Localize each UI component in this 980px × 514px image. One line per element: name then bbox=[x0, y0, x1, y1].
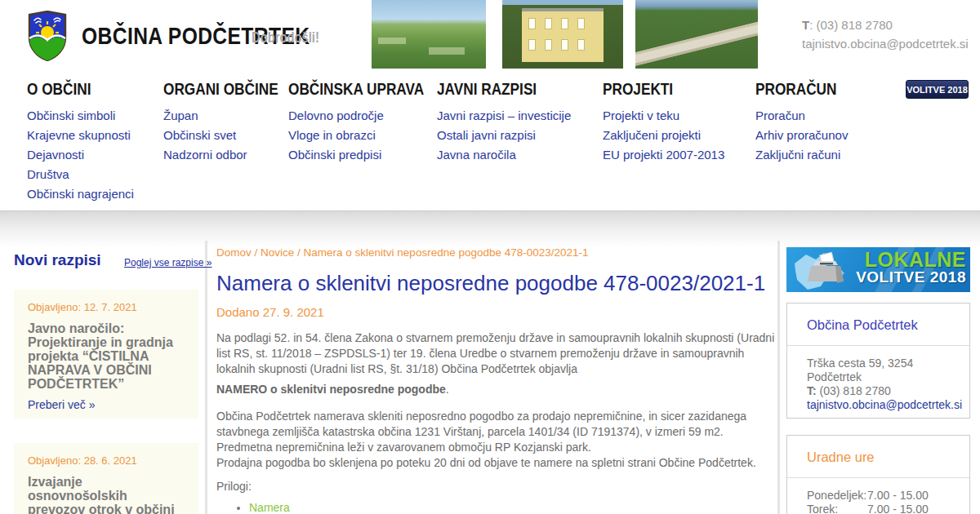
nav-link-zakljuceni-projekti[interactable]: Zaključeni projekti bbox=[603, 126, 724, 145]
header-photo-road bbox=[635, 0, 758, 69]
office-hours-heading: Uradne ure bbox=[787, 436, 969, 478]
nav-column-obcinska-uprava: OBČINSKA UPRAVA Delovno področje Vloge i… bbox=[288, 79, 454, 165]
nav-link-obcinski-simboli[interactable]: Občinski simboli bbox=[27, 106, 134, 126]
hours-row: Ponedeljek: 7.00 - 15.00 bbox=[807, 489, 950, 503]
nav-heading: PROJEKTI bbox=[603, 79, 724, 106]
nav-column-proracun: PRORAČUN Proračun Arhiv proračunov Zaklj… bbox=[755, 79, 854, 165]
tender-title: Javno naročilo: Projektiranje in gradnja… bbox=[28, 321, 185, 391]
nav-heading: O OBČINI bbox=[27, 79, 134, 106]
contact-address: Trška cesta 59, 3254 Podčetrtek bbox=[807, 357, 950, 384]
breadcrumb-news-link[interactable]: Novice bbox=[261, 246, 294, 259]
content-divider-left bbox=[205, 241, 207, 514]
office-hours-body: Ponedeljek: 7.00 - 15.00 Torek: 7.00 - 1… bbox=[787, 478, 969, 514]
new-tenders-heading: Novi razpisi bbox=[14, 251, 101, 269]
nav-link-dejavnosti[interactable]: Dejavnosti bbox=[27, 145, 134, 165]
breadcrumb-current: Namera o sklenitvi neposredne pogodbe 47… bbox=[304, 246, 589, 259]
photo-decor bbox=[429, 47, 465, 55]
volitve-2018-button[interactable]: VOLITVE 2018 bbox=[906, 80, 969, 99]
header-email: tajnistvo.obcina@podcetrtek.si bbox=[802, 34, 969, 53]
nav-link-obcinski-nagrajenci[interactable]: Občinski nagrajenci bbox=[27, 184, 134, 204]
nav-column-organi-obcine: ORGANI OBČINE Župan Občinski svet Nadzor… bbox=[163, 79, 304, 165]
attachments-list: Namera bbox=[249, 500, 775, 514]
nav-heading: PRORAČUN bbox=[755, 79, 854, 106]
attachment-namera-link[interactable]: Namera bbox=[249, 501, 290, 514]
nav-link-obcinski-svet[interactable]: Občinski svet bbox=[163, 126, 304, 145]
nav-link-zakljucni-racuni[interactable]: Zaključni računi bbox=[755, 145, 854, 165]
nav-link-proracun[interactable]: Proračun bbox=[755, 106, 854, 126]
article-main: Domov / Novice / Namera o sklenitvi nepo… bbox=[216, 241, 775, 514]
nav-heading: ORGANI OBČINE bbox=[163, 79, 304, 106]
coat-of-arms-logo bbox=[27, 11, 68, 61]
photo-decor bbox=[635, 15, 758, 67]
photo-decor bbox=[378, 38, 406, 44]
article-date: Dodano 27. 9. 2021 bbox=[216, 305, 775, 319]
nav-link-drustva[interactable]: Društva bbox=[27, 165, 134, 184]
hours-row: Torek: 7.00 - 15.00 bbox=[807, 503, 950, 514]
article-paragraph: Občina Podčetrtek namerava skleniti nepo… bbox=[216, 409, 775, 471]
nav-link-arhiv-proracunov[interactable]: Arhiv proračunov bbox=[755, 126, 854, 145]
nav-link-javna-narocila[interactable]: Javna naročila bbox=[437, 145, 571, 165]
nav-column-javni-razpisi: JAVNI RAZPISI Javni razpisi – investicij… bbox=[437, 79, 571, 165]
tender-date: Objavljeno: 28. 6. 2021 bbox=[28, 454, 185, 467]
tender-card[interactable]: Objavljeno: 12. 7. 2021 Javno naročilo: … bbox=[14, 290, 198, 419]
welcome-text: Dobrodošli! bbox=[252, 29, 334, 47]
header-photo-building bbox=[502, 0, 623, 69]
site-header: OBČINA PODČETRTEK Dobrodošli! T: (03) 81… bbox=[0, 0, 980, 69]
tender-title: Izvajanje osnovnošolskih prevozov otrok … bbox=[28, 475, 185, 514]
attachment-item: Namera bbox=[249, 500, 775, 514]
read-more-link[interactable]: Preberi več » bbox=[28, 398, 95, 411]
nav-heading: JAVNI RAZPISI bbox=[437, 79, 571, 106]
office-hours-box: Uradne ure Ponedeljek: 7.00 - 15.00 Tore… bbox=[786, 435, 970, 514]
nav-link-zupan[interactable]: Župan bbox=[163, 106, 304, 126]
contact-box-heading[interactable]: Občina Podčetrtek bbox=[787, 304, 969, 346]
contact-email-link[interactable]: tajnistvo.obcina@podcetrtek.si bbox=[807, 398, 962, 411]
nav-link-ostali-javni-razpisi[interactable]: Ostali javni razpisi bbox=[437, 126, 571, 145]
lokalne-volitve-banner[interactable]: LOKALNE VOLITVE 2018 bbox=[786, 247, 970, 292]
nav-link-nadzorni-odbor[interactable]: Nadzorni odbor bbox=[163, 145, 304, 165]
municipality-contact-box: Občina Podčetrtek Trška cesta 59, 3254 P… bbox=[786, 303, 970, 419]
header-phone: T: (03) 818 2780 bbox=[802, 16, 969, 34]
nav-link-eu-projekti[interactable]: EU projekti 2007-2013 bbox=[603, 145, 724, 165]
contact-box-body: Trška cesta 59, 3254 Podčetrtek T: (03) … bbox=[787, 346, 969, 423]
content-divider-right bbox=[777, 241, 780, 514]
photo-decor bbox=[522, 11, 604, 62]
breadcrumb: Domov / Novice / Namera o sklenitvi nepo… bbox=[216, 246, 775, 259]
nav-link-projekti-v-teku[interactable]: Projekti v teku bbox=[603, 106, 724, 126]
contact-phone: T: (03) 818 2780 bbox=[807, 384, 950, 398]
header-photo-hillside bbox=[372, 0, 486, 69]
article-bold-line: NAMERO o sklenitvi neposredne pogodbe. bbox=[216, 382, 775, 397]
banner-text: LOKALNE VOLITVE 2018 bbox=[856, 250, 966, 286]
tender-card[interactable]: Objavljeno: 28. 6. 2021 Izvajanje osnovn… bbox=[14, 443, 198, 514]
article-paragraph: Na podlagi 52. in 54. člena Zakona o stv… bbox=[216, 330, 775, 377]
nav-column-projekti: PROJEKTI Projekti v teku Zaključeni proj… bbox=[603, 79, 724, 165]
nav-link-javni-razpisi-investicije[interactable]: Javni razpisi – investicije bbox=[437, 106, 571, 126]
see-all-tenders-link[interactable]: Poglej vse razpise » bbox=[124, 257, 212, 268]
nav-link-obcinski-predpisi[interactable]: Občinski predpisi bbox=[288, 145, 454, 165]
nav-link-delovno-podrocje[interactable]: Delovno področje bbox=[288, 106, 454, 126]
nav-column-o-obcini: O OBČINI Občinski simboli Krajevne skupn… bbox=[27, 79, 134, 204]
nav-link-krajevne-skupnosti[interactable]: Krajevne skupnosti bbox=[27, 126, 134, 145]
header-contact: T: (03) 818 2780 tajnistvo.obcina@podcet… bbox=[802, 16, 969, 53]
article-title: Namera o sklenitvi neposredne pogodbe 47… bbox=[216, 272, 775, 295]
nav-heading: OBČINSKA UPRAVA bbox=[288, 79, 454, 106]
attachments-label: Prilogi: bbox=[216, 480, 775, 493]
breadcrumb-home-link[interactable]: Domov bbox=[216, 246, 252, 259]
nav-link-vloge-in-obrazci[interactable]: Vloge in obrazci bbox=[288, 126, 454, 145]
tender-date: Objavljeno: 12. 7. 2021 bbox=[28, 301, 185, 313]
